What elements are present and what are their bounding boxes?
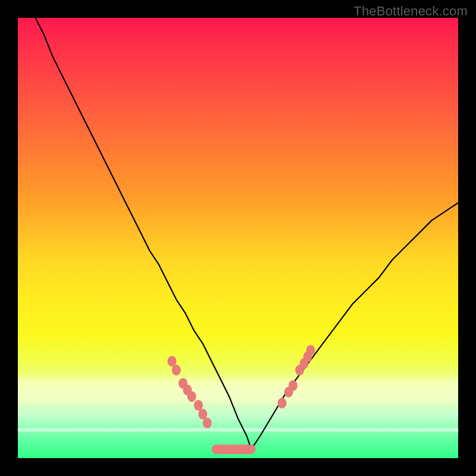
flat-bottom-pill	[212, 444, 256, 454]
left-branch-line	[36, 18, 252, 449]
highlight-dots	[168, 345, 315, 428]
svg-point-10	[289, 380, 298, 391]
watermark-text: TheBottleneck.com	[353, 4, 468, 19]
svg-point-8	[278, 398, 287, 409]
plot-area	[18, 18, 458, 458]
bottleneck-curve	[18, 18, 458, 458]
svg-rect-15	[212, 444, 256, 454]
svg-point-14	[306, 345, 315, 356]
right-branch-line	[251, 203, 458, 449]
svg-point-7	[203, 418, 212, 428]
svg-point-1	[172, 365, 181, 375]
chart-frame: TheBottleneck.com	[0, 0, 476, 476]
svg-point-4	[187, 391, 196, 402]
